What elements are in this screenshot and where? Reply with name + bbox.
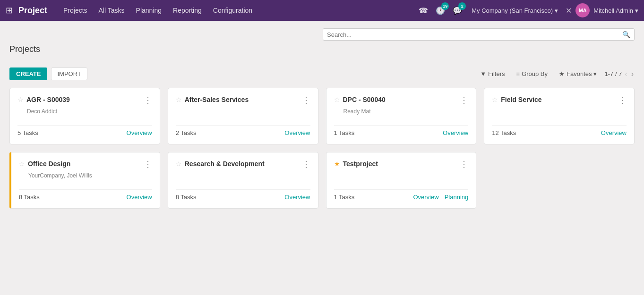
tasks-count: 8 Tasks xyxy=(176,194,197,201)
footer-links: Overview xyxy=(443,129,468,136)
tasks-count: 5 Tasks xyxy=(17,129,38,136)
filters-button[interactable]: ▼ Filters xyxy=(476,69,508,79)
card-menu-button[interactable]: ⋮ xyxy=(460,96,468,104)
card-header: ☆ Office Design ⋮ xyxy=(19,160,152,169)
card-header: ☆ After-Sales Services ⋮ xyxy=(176,96,310,104)
footer-links: Overview xyxy=(284,129,310,136)
card-footer: 5 Tasks Overview xyxy=(17,125,152,136)
card-subtitle: YourCompany, Joel Willis xyxy=(28,172,152,179)
favorites-button[interactable]: ★ Favorites ▾ xyxy=(555,69,601,79)
tasks-count: 2 Tasks xyxy=(176,129,197,136)
card-title: After-Sales Services xyxy=(185,96,249,103)
project-card-office-design: ☆ Office Design ⋮ YourCompany, Joel Will… xyxy=(9,152,160,209)
overview-link[interactable]: Overview xyxy=(127,194,152,201)
activity-icon[interactable]: 🕐 19 xyxy=(434,4,447,17)
card-title-row: ☆ DPC - S00040 xyxy=(334,96,386,103)
page-title: Projects xyxy=(9,44,40,54)
filter-icon: ▼ xyxy=(480,70,486,77)
navbar-right: ☎ 🕐 19 💬 2 My Company (San Francisco) ▾ … xyxy=(417,3,638,17)
nav-projects[interactable]: Projects xyxy=(59,5,92,16)
prev-page-button[interactable]: ‹ xyxy=(624,69,628,79)
messages-icon[interactable]: 💬 2 xyxy=(451,4,464,17)
pagination: 1-7 / 7 ‹ › xyxy=(604,69,635,79)
project-card-research-development: ☆ Research & Development ⋮ 8 Tasks Overv… xyxy=(168,152,318,209)
tasks-count: 1 Tasks xyxy=(334,129,355,136)
user-menu[interactable]: Mitchell Admin ▾ xyxy=(593,7,638,14)
search-input[interactable] xyxy=(327,31,622,38)
card-menu-button[interactable]: ⋮ xyxy=(302,96,310,104)
card-title-row: ☆ AGR - S00039 xyxy=(17,96,70,103)
navbar: ⊞ Project Projects All Tasks Planning Re… xyxy=(0,0,644,21)
user-dropdown-icon: ▾ xyxy=(635,7,638,14)
groupby-button[interactable]: ≡ Group By xyxy=(513,69,552,79)
next-page-button[interactable]: › xyxy=(630,69,635,79)
nav-configuration[interactable]: Configuration xyxy=(208,5,257,16)
overview-link[interactable]: Overview xyxy=(284,129,310,136)
nav-planning[interactable]: Planning xyxy=(131,5,167,16)
overview-link[interactable]: Overview xyxy=(601,129,627,136)
create-button[interactable]: CREATE xyxy=(9,67,47,80)
card-menu-button[interactable]: ⋮ xyxy=(144,96,152,104)
overview-link[interactable]: Overview xyxy=(127,129,152,136)
tasks-count: 8 Tasks xyxy=(19,194,40,201)
project-card-testproject: ★ Testproject ⋮ 1 Tasks OverviewPlanning xyxy=(326,152,477,209)
phone-icon[interactable]: ☎ xyxy=(417,4,430,17)
star-icon[interactable]: ☆ xyxy=(334,96,340,103)
footer-links: OverviewPlanning xyxy=(413,194,468,201)
overview-link[interactable]: Overview xyxy=(443,129,468,136)
card-title-row: ★ Testproject xyxy=(334,160,378,168)
overview-link[interactable]: Overview xyxy=(284,194,310,201)
main-nav: Projects All Tasks Planning Reporting Co… xyxy=(59,5,417,16)
star-icon[interactable]: ☆ xyxy=(176,160,182,168)
close-icon[interactable]: ✕ xyxy=(566,6,572,15)
card-header: ☆ AGR - S00039 ⋮ xyxy=(17,96,152,104)
project-card-agr-s00039: ☆ AGR - S00039 ⋮ Deco Addict 5 Tasks Ove… xyxy=(9,88,160,144)
project-card-dpc-s00040: ☆ DPC - S00040 ⋮ Ready Mat 1 Tasks Overv… xyxy=(326,88,477,144)
search-icon: 🔍 xyxy=(622,31,630,38)
toolbar: Projects xyxy=(9,44,635,60)
nav-reporting[interactable]: Reporting xyxy=(168,5,206,16)
planning-link[interactable]: Planning xyxy=(445,194,469,201)
card-menu-button[interactable]: ⋮ xyxy=(302,160,310,169)
user-name-label: Mitchell Admin xyxy=(593,7,633,14)
footer-links: Overview xyxy=(127,129,152,136)
card-menu-button[interactable]: ⋮ xyxy=(460,160,468,169)
project-card-field-service: ☆ Field Service ⋮ 12 Tasks Overview xyxy=(484,88,635,144)
nav-all-tasks[interactable]: All Tasks xyxy=(94,5,129,16)
card-footer: 12 Tasks Overview xyxy=(492,125,627,136)
star-icon[interactable]: ☆ xyxy=(492,96,498,103)
groupby-icon: ≡ xyxy=(516,70,520,77)
card-title: Office Design xyxy=(28,160,70,168)
card-subtitle: Deco Addict xyxy=(27,108,152,115)
messages-badge: 2 xyxy=(458,2,466,10)
card-header: ☆ DPC - S00040 ⋮ xyxy=(334,96,469,104)
import-button[interactable]: IMPORT xyxy=(51,67,87,80)
card-footer: 2 Tasks Overview xyxy=(176,125,310,136)
card-footer: 1 Tasks Overview xyxy=(334,125,469,136)
star-icon[interactable]: ☆ xyxy=(19,160,25,168)
card-menu-button[interactable]: ⋮ xyxy=(618,96,627,104)
tasks-count: 1 Tasks xyxy=(334,194,355,201)
card-title-row: ☆ After-Sales Services xyxy=(176,96,249,103)
card-footer: 8 Tasks Overview xyxy=(19,189,152,201)
star-icon[interactable]: ★ xyxy=(334,160,340,168)
star-icon: ★ xyxy=(559,70,565,77)
grid-icon[interactable]: ⊞ xyxy=(6,5,13,16)
star-icon[interactable]: ☆ xyxy=(17,96,24,103)
card-title-row: ☆ Field Service xyxy=(492,96,541,103)
company-selector[interactable]: My Company (San Francisco) ▾ xyxy=(468,5,562,16)
footer-links: Overview xyxy=(127,194,152,201)
overview-link[interactable]: Overview xyxy=(413,194,438,201)
card-header: ☆ Research & Development ⋮ xyxy=(176,160,310,169)
card-menu-button[interactable]: ⋮ xyxy=(144,160,152,169)
card-title: AGR - S00039 xyxy=(26,96,70,103)
card-title: DPC - S00040 xyxy=(343,96,386,103)
star-icon[interactable]: ☆ xyxy=(176,96,182,103)
card-title: Field Service xyxy=(501,96,541,103)
brand-label: Project xyxy=(18,6,47,16)
card-subtitle: Ready Mat xyxy=(343,108,469,115)
card-title-row: ☆ Office Design xyxy=(19,160,70,168)
activity-badge: 19 xyxy=(441,2,449,10)
footer-links: Overview xyxy=(284,194,310,201)
search-bar[interactable]: 🔍 xyxy=(323,28,635,41)
